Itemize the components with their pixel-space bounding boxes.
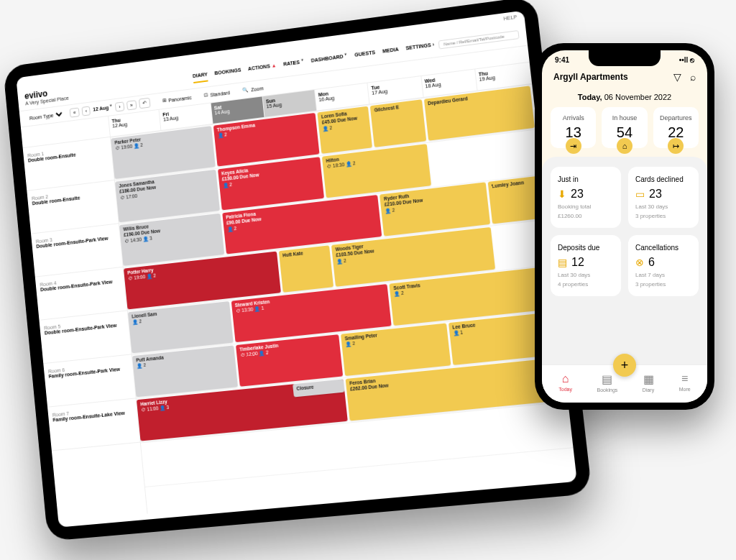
next[interactable]: › — [115, 101, 124, 111]
booking-block[interactable]: Ryder Ruth£210.00 Due Now2 — [380, 182, 490, 236]
room-row[interactable]: Room 7Family room-Ensuite-Lake View — [47, 398, 140, 451]
nav-actions[interactable]: ACTIONS ▲ — [247, 60, 277, 76]
kpi-card[interactable]: Arrivals13⇥ — [551, 107, 596, 148]
next-fast[interactable]: » — [126, 100, 137, 110]
booking-block[interactable]: Lionell Sam2 — [128, 301, 233, 353]
booking-block[interactable]: Willis Bruce£190.00 Due Now14:30 3 — [119, 214, 224, 266]
nav-dashboard[interactable]: DASHBOARD ˅ — [310, 50, 349, 68]
tablet-screen: HELP eviivo A Very Special Place DIARY B… — [16, 11, 577, 528]
prev[interactable]: ‹ — [81, 106, 91, 116]
kpi-card[interactable]: Departures22↦ — [653, 107, 699, 148]
view-standard[interactable]: ⊡ Standard — [203, 89, 230, 98]
nav-settings[interactable]: SETTINGS › — [405, 39, 435, 55]
booking-block[interactable]: Putt Amanda2 — [132, 345, 238, 397]
prev-fast[interactable]: « — [69, 107, 79, 117]
alert-icon: ▲ — [271, 63, 276, 68]
nav-diary[interactable]: DIARY — [192, 68, 208, 83]
undo[interactable]: ↶ — [138, 98, 150, 109]
stat-card[interactable]: Just in⬇23Booking total£1260.00 — [551, 167, 621, 228]
nav-media[interactable]: MEDIA — [382, 43, 399, 58]
nav-rates[interactable]: RATES ˅ — [282, 56, 304, 71]
phone-screen: 9:41 ••ll ⎋ Argyll Apartments ▽ ⌕ Today,… — [542, 50, 707, 403]
help-link[interactable]: HELP — [503, 14, 517, 21]
tab-bookings[interactable]: ▤Bookings — [597, 372, 618, 393]
stat-card[interactable]: Cards declined▭23Last 30 days3 propertie… — [628, 167, 699, 228]
kpi-card[interactable]: In house54⌂ — [602, 107, 647, 148]
tab-more[interactable]: ≡More — [679, 372, 691, 393]
room-type-select[interactable]: Room Type — [27, 111, 65, 121]
current-date[interactable]: 12 Aug ˅ — [93, 104, 113, 112]
view-panoramic[interactable]: ⊞ Panoramic — [162, 94, 192, 104]
nav-bookings[interactable]: BOOKINGS — [214, 64, 242, 80]
phone-property: Argyll Apartments — [553, 72, 628, 82]
booking-block[interactable]: Hutt Kate — [279, 245, 334, 293]
booking-block[interactable]: Smalling Peter2 — [341, 323, 451, 377]
booking-block[interactable]: Timberlake Justin12:00 2 — [236, 334, 344, 387]
stat-card[interactable]: Deposits due▤12Last 30 days4 properties — [551, 235, 621, 296]
nav-guests[interactable]: GUESTS — [354, 47, 377, 63]
tab-diary[interactable]: ▦Diary — [643, 372, 654, 393]
view-zoom[interactable]: 🔍 Zoom — [242, 85, 264, 93]
search-input[interactable]: Name / Ref/Email/Tel/Postcode — [438, 29, 520, 49]
tablet-device: HELP eviivo A Very Special Place DIARY B… — [3, 0, 592, 541]
fab-add[interactable]: + — [613, 354, 636, 377]
tab-today[interactable]: ⌂Today — [558, 372, 572, 393]
status-signal: ••ll ⎋ — [679, 56, 694, 64]
diary-grid: Room 1Double room-EnsuiteRoom 2Double ro… — [21, 63, 576, 522]
filter-icon[interactable]: ▽ — [673, 71, 681, 83]
stat-card[interactable]: Cancellations⊗6Last 7 days3 properties — [628, 235, 699, 296]
today-label: Today, 06 November 2022 — [542, 87, 707, 107]
booking-block[interactable]: Loren Sofia£45.00 Due Now2 — [317, 106, 372, 154]
booking-block[interactable]: Gilchrest E — [370, 99, 426, 147]
search-icon[interactable]: ⌕ — [690, 71, 696, 83]
phone-notch — [589, 50, 661, 66]
status-time: 9:41 — [555, 56, 569, 64]
phone-device: 9:41 ••ll ⎋ Argyll Apartments ▽ ⌕ Today,… — [535, 43, 714, 410]
